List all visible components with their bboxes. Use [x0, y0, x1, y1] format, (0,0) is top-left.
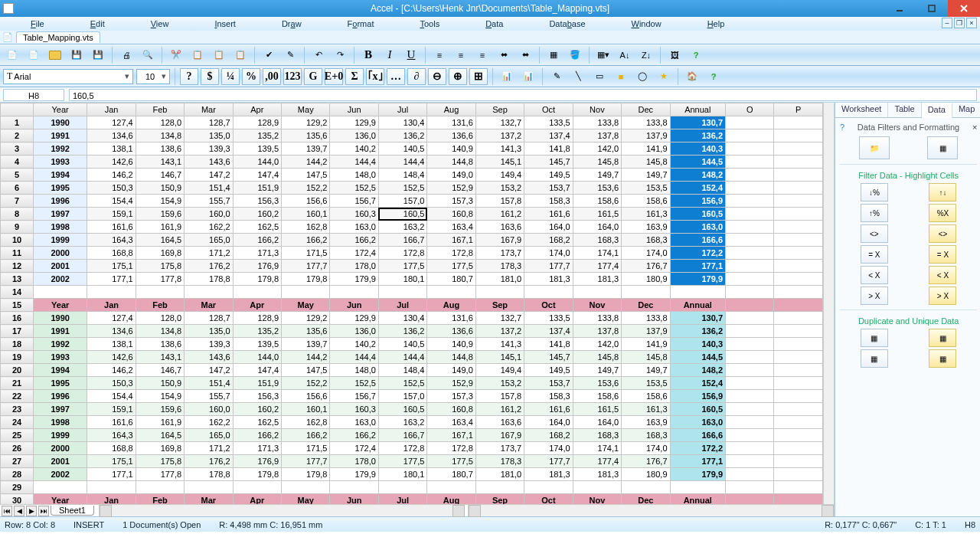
row-header[interactable]: 12: [1, 260, 34, 273]
cell[interactable]: 167,9: [475, 234, 524, 247]
cell[interactable]: 136,0: [330, 129, 378, 142]
cell[interactable]: 141,3: [475, 338, 524, 351]
cell[interactable]: 144,4: [330, 156, 378, 169]
cell[interactable]: 171,2: [185, 247, 233, 260]
cell[interactable]: 140,9: [427, 338, 475, 351]
cell[interactable]: 143,6: [185, 351, 233, 364]
cell[interactable]: [774, 129, 823, 142]
cell[interactable]: 141,8: [524, 142, 573, 156]
font-name-combo[interactable]: T Arial ▾: [3, 69, 133, 84]
cell[interactable]: 152,5: [378, 377, 426, 390]
menu-data[interactable]: Data: [485, 19, 503, 28]
row-header[interactable]: 30: [1, 494, 34, 505]
cell[interactable]: Jul: [378, 494, 426, 505]
cell[interactable]: 147,5: [282, 364, 330, 377]
cell[interactable]: 163,4: [427, 416, 475, 429]
cell[interactable]: 2001: [34, 455, 87, 468]
cell[interactable]: 151,9: [233, 182, 281, 195]
cell[interactable]: 161,3: [622, 403, 670, 416]
tab-nav-first[interactable]: ⏮: [2, 506, 12, 516]
cell[interactable]: 147,2: [185, 364, 233, 377]
side-tab-worksheet[interactable]: Worksheet: [835, 103, 888, 117]
cell[interactable]: Mar: [185, 299, 233, 312]
cell[interactable]: 144,5: [670, 351, 726, 364]
sort-asc-icon[interactable]: A↓: [616, 46, 634, 64]
filter-btn-4-a[interactable]: < X: [861, 266, 888, 284]
cell[interactable]: 168,2: [524, 429, 573, 442]
cell[interactable]: [726, 312, 774, 325]
cell[interactable]: [774, 156, 823, 169]
cell[interactable]: 1990: [34, 312, 87, 325]
cell[interactable]: 174,1: [573, 442, 621, 455]
side-tab-table[interactable]: Table: [888, 103, 921, 117]
vertical-scrollbar[interactable]: [823, 103, 834, 504]
cell[interactable]: [573, 286, 621, 299]
cell[interactable]: 146,2: [87, 364, 136, 377]
row-header[interactable]: 10: [1, 234, 34, 247]
cell[interactable]: 144,8: [427, 351, 475, 364]
cell[interactable]: 136,2: [378, 325, 426, 338]
cell[interactable]: 159,6: [136, 208, 184, 221]
borders-icon[interactable]: ▦: [544, 46, 563, 64]
cell[interactable]: 180,1: [378, 468, 426, 481]
cell[interactable]: [475, 481, 524, 494]
cell[interactable]: Apr: [233, 299, 281, 312]
cell[interactable]: 140,3: [670, 142, 726, 156]
cell[interactable]: 176,7: [622, 455, 670, 468]
cell[interactable]: 177,5: [378, 260, 426, 273]
cell[interactable]: 1997: [34, 403, 87, 416]
cell[interactable]: [427, 481, 475, 494]
cell[interactable]: 163,9: [622, 416, 670, 429]
tab-nav-last[interactable]: ⏭: [38, 506, 49, 516]
cell[interactable]: 149,4: [475, 364, 524, 377]
cell[interactable]: 168,8: [87, 442, 136, 455]
cell[interactable]: 137,4: [524, 325, 573, 338]
cell[interactable]: 166,2: [330, 234, 378, 247]
cell[interactable]: 139,5: [233, 142, 281, 156]
cell[interactable]: 1995: [34, 182, 87, 195]
cell[interactable]: 179,8: [282, 468, 330, 481]
cell[interactable]: 172,8: [378, 247, 426, 260]
filter-btn-0-a[interactable]: ↓%: [861, 183, 888, 201]
cell[interactable]: 158,6: [622, 390, 670, 403]
fmt-btn-13[interactable]: ⊕: [449, 68, 467, 85]
cell[interactable]: 174,0: [524, 247, 573, 260]
cell[interactable]: 158,3: [524, 195, 573, 208]
cell[interactable]: 162,2: [185, 416, 233, 429]
filter-btn-4-b[interactable]: < X: [929, 266, 956, 284]
cell[interactable]: 142,0: [573, 338, 621, 351]
menu-file[interactable]: File: [31, 19, 44, 28]
cell[interactable]: 129,9: [330, 116, 378, 129]
cell[interactable]: 179,9: [330, 273, 378, 286]
cell[interactable]: [622, 286, 670, 299]
cell[interactable]: Nov: [573, 494, 621, 505]
cell[interactable]: 145,8: [622, 156, 670, 169]
cell[interactable]: 171,5: [282, 247, 330, 260]
cell[interactable]: 133,5: [524, 312, 573, 325]
cell[interactable]: 174,0: [622, 247, 670, 260]
cell[interactable]: [87, 286, 136, 299]
cell[interactable]: [726, 208, 774, 221]
cell[interactable]: 181,0: [475, 468, 524, 481]
cell[interactable]: [34, 481, 87, 494]
cell[interactable]: 135,6: [282, 325, 330, 338]
cell[interactable]: 166,7: [378, 429, 426, 442]
row-header[interactable]: 27: [1, 455, 34, 468]
cell[interactable]: 162,5: [233, 416, 281, 429]
cell[interactable]: Annual: [670, 299, 726, 312]
cell[interactable]: 143,6: [185, 156, 233, 169]
cell[interactable]: 144,4: [378, 156, 426, 169]
fmt-btn-6[interactable]: G: [304, 68, 322, 85]
cell[interactable]: 172,8: [378, 442, 426, 455]
cell[interactable]: 177,1: [87, 273, 136, 286]
cell[interactable]: 156,3: [233, 195, 281, 208]
ellipse-icon[interactable]: ◯: [633, 67, 652, 86]
cell[interactable]: Year: [34, 299, 87, 312]
cell[interactable]: 149,7: [622, 169, 670, 182]
cell[interactable]: 135,2: [233, 325, 281, 338]
cell[interactable]: 1994: [34, 364, 87, 377]
cell[interactable]: 171,5: [282, 442, 330, 455]
cell[interactable]: 173,7: [475, 442, 524, 455]
print-preview-icon[interactable]: 🔍: [139, 46, 157, 64]
cell[interactable]: Jan: [87, 299, 136, 312]
